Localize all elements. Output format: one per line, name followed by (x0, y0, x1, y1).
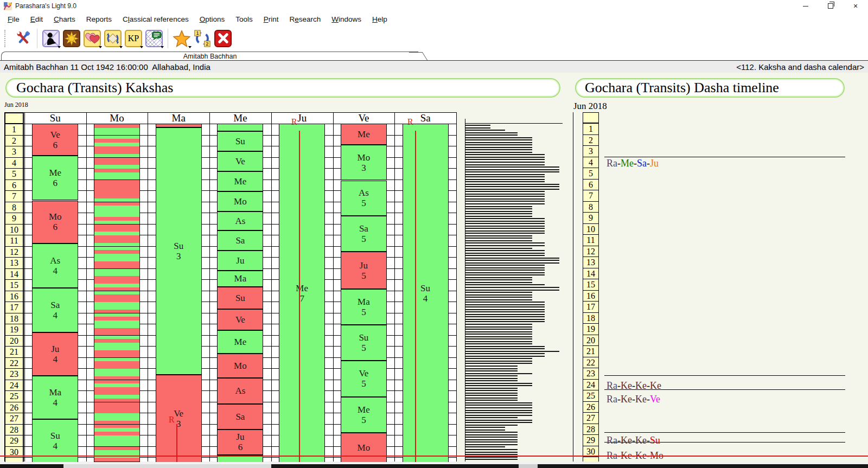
dropdown-arrow-icon[interactable] (161, 46, 164, 48)
date-cell (583, 457, 599, 461)
dasha-planet: Ke (621, 435, 632, 446)
chart-rotate-icon[interactable] (103, 28, 123, 49)
segment-planet-label: Su (50, 431, 60, 441)
left-month-label: Jun 2018 (4, 101, 28, 109)
current-date-line (0, 456, 868, 457)
segment-score-label: 4 (53, 310, 58, 320)
menu-options[interactable]: Options (194, 13, 231, 25)
taskbar-segment[interactable] (63, 464, 271, 468)
date-cell: 26 (5, 402, 23, 414)
date-cell: 11 (583, 234, 599, 246)
dasha-planet: Ke (635, 435, 647, 446)
segment-planet-label: Ma (234, 273, 247, 284)
dropdown-arrow-icon[interactable] (99, 46, 102, 48)
date-cell: 6 (5, 179, 23, 191)
dasha-planet: Ke (635, 394, 647, 405)
segment-score-label: 5 (361, 234, 366, 244)
score-bar (465, 213, 532, 214)
date-cell: 25 (583, 390, 599, 402)
dasha-entry: Ra-Ke-Ke-Ke (607, 380, 661, 391)
star-icon[interactable] (171, 28, 192, 49)
date-cell: 21 (5, 346, 23, 358)
birth-data-icon[interactable] (41, 28, 61, 49)
planet-column-header: Ma (148, 113, 209, 124)
dropdown-arrow-icon[interactable] (140, 46, 143, 48)
dropdown-arrow-icon[interactable] (58, 46, 61, 48)
menu-classical-references[interactable]: Classical references (117, 13, 194, 25)
toolbar-grip-handle[interactable] (4, 30, 9, 47)
score-bar (465, 338, 532, 339)
tools-icon[interactable] (13, 28, 34, 49)
score-bar (465, 137, 532, 138)
segment-planet-label: Ju (236, 255, 244, 266)
date-header-cell (583, 112, 599, 123)
date-cell: 20 (5, 335, 23, 347)
dropdown-arrow-icon[interactable] (119, 46, 123, 48)
score-bar (465, 245, 545, 246)
menu-file[interactable]: File (2, 13, 25, 25)
score-bar (465, 343, 532, 344)
score-bar (465, 152, 532, 153)
segment-planet-label: Sa (359, 223, 368, 234)
date-cell: 28 (583, 424, 599, 435)
score-bar (465, 270, 545, 271)
date-cell: 16 (5, 291, 23, 303)
date-cell: 15 (5, 279, 23, 291)
date-cell: 7 (5, 190, 23, 202)
score-bar (465, 290, 559, 291)
score-bar (465, 223, 545, 224)
score-bar (465, 297, 532, 298)
close-icon[interactable] (213, 28, 233, 49)
segment-planet-label: Me (49, 168, 61, 178)
score-bar (465, 274, 545, 275)
score-bar (465, 441, 518, 443)
score-bar (465, 240, 532, 241)
dasha-entry: Ra-Me-Sa-Ju (607, 158, 659, 169)
menu-reports[interactable]: Reports (81, 13, 117, 25)
close-button[interactable]: × (843, 0, 868, 12)
score-bar (465, 334, 532, 335)
score-bar (465, 130, 505, 131)
sun-icon[interactable] (61, 28, 82, 49)
date-cell: 8 (5, 202, 23, 214)
score-bar (465, 162, 545, 163)
retrograde-marker: R (169, 415, 176, 425)
menu-edit[interactable]: Edit (25, 13, 48, 25)
score-bar (465, 208, 532, 209)
menu-tools[interactable]: Tools (230, 13, 258, 25)
column-boundary (394, 113, 395, 462)
column-boundary (86, 113, 87, 462)
kaksha-segment: Me (217, 171, 263, 191)
kaksha-segment: Mo (217, 191, 263, 211)
maximize-restore-button[interactable] (818, 0, 843, 12)
taskbar-segment[interactable] (519, 464, 538, 468)
kp-icon[interactable]: KP (123, 28, 144, 49)
menu-help[interactable]: Help (367, 13, 393, 25)
score-bar (465, 211, 532, 212)
kaksha-segment: As (217, 211, 263, 230)
segment-planet-label: Me (234, 337, 247, 347)
score-bar (465, 242, 545, 243)
menu-print[interactable]: Print (258, 13, 284, 25)
segment-planet-label: Mo (358, 443, 371, 453)
swap-1-2-icon[interactable]: 12 (192, 28, 213, 49)
planet-column-header: Mo (86, 113, 148, 124)
toolbar-separator (168, 29, 168, 48)
menu-charts[interactable]: Charts (48, 13, 81, 25)
kaksha-segment: Ma5 (341, 289, 387, 325)
dasha-planet: Ra (607, 380, 617, 391)
score-bar (465, 179, 545, 180)
hearts-icon[interactable] (82, 28, 103, 49)
worksheet-icon[interactable] (144, 28, 164, 49)
score-bar (465, 420, 532, 421)
dropdown-arrow-icon[interactable] (188, 46, 192, 48)
segment-planet-label: Me (296, 283, 308, 293)
tab-amitabh-bachhan[interactable]: Amitabh Bachhan (1, 52, 418, 61)
score-bar (465, 405, 532, 406)
kaksha-segment: Su3 (156, 127, 202, 375)
minimize-button[interactable] (793, 0, 818, 12)
menu-windows[interactable]: Windows (326, 13, 367, 25)
score-bar (465, 198, 545, 200)
menu-research[interactable]: Research (284, 13, 327, 25)
score-bar (465, 302, 545, 303)
